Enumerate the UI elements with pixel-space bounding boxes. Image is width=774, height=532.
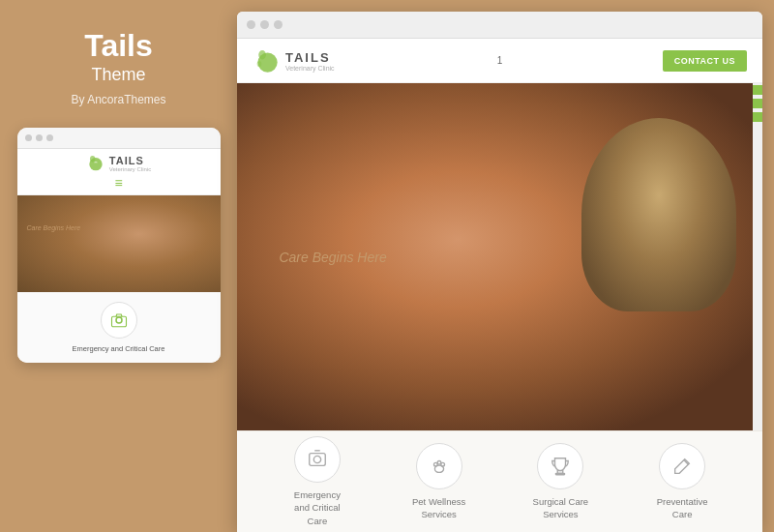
browser-dot-1 — [247, 20, 255, 29]
svg-point-8 — [313, 456, 320, 462]
service-item-surgical: Surgical CareServices — [521, 443, 599, 521]
emergency-icon — [307, 449, 328, 470]
hero-cat-shape — [581, 118, 736, 311]
theme-title: Tails — [84, 29, 153, 63]
mobile-hero-text: Care Begins Here — [27, 224, 81, 231]
pencil-icon — [671, 456, 693, 477]
mobile-browser-bar — [17, 128, 221, 149]
service-label-preventative: PreventativeCare — [657, 495, 708, 521]
service-icon-emergency — [294, 436, 341, 483]
mobile-hero-bg — [17, 195, 221, 292]
svg-point-1 — [90, 156, 95, 163]
mobile-logo: TAILS Veterinary Clinic — [86, 154, 151, 173]
service-item-preventative: PreventativeCare — [643, 443, 721, 521]
site-logo-icon — [253, 47, 280, 74]
left-panel: Tails Theme By AncoraThemes TAILS Veteri… — [0, 0, 237, 532]
author-label: By AncoraThemes — [71, 93, 165, 106]
browser-bar — [237, 12, 762, 39]
mobile-dot-1 — [25, 134, 32, 141]
service-item-wellness: Pet WellnessServices — [401, 443, 478, 521]
browser-window: TAILS Veterinary Clinic 1 CONTACT US Car… — [237, 12, 762, 532]
scroll-down-button[interactable] — [753, 112, 762, 122]
mobile-mockup: TAILS Veterinary Clinic ≡ Care Begins He… — [17, 128, 221, 363]
mobile-logo-icon — [86, 154, 105, 173]
service-icon-wellness — [416, 443, 462, 489]
svg-point-12 — [440, 462, 444, 466]
scroll-up-button[interactable] — [753, 85, 762, 95]
browser-dot-3 — [274, 20, 283, 29]
service-label-wellness: Pet WellnessServices — [412, 495, 465, 521]
service-label-surgical: Surgical CareServices — [533, 495, 589, 521]
scroll-thumb[interactable] — [753, 99, 762, 108]
nav-item-1[interactable]: 1 — [497, 55, 503, 66]
mobile-header: TAILS Veterinary Clinic ≡ — [17, 149, 221, 195]
camera-icon — [110, 311, 128, 329]
right-panel: TAILS Veterinary Clinic 1 CONTACT US Car… — [237, 0, 774, 532]
hero-background: Care Begins Here — [237, 83, 762, 430]
mobile-dot-3 — [46, 134, 53, 141]
site-logo-texts: TAILS Veterinary Clinic — [285, 50, 335, 72]
mobile-service-icon — [101, 302, 137, 339]
service-label-emergency: Emergencyand CriticalCare — [294, 488, 341, 527]
site-hero: Care Begins Here — [237, 83, 762, 430]
svg-rect-7 — [310, 454, 326, 466]
hamburger-icon: ≡ — [114, 176, 122, 190]
svg-point-2 — [116, 317, 122, 323]
svg-rect-3 — [111, 316, 126, 327]
site-nav: 1 — [497, 55, 503, 66]
scrollbar[interactable] — [753, 83, 762, 430]
mobile-dot-2 — [36, 134, 43, 141]
service-icon-surgical — [537, 443, 583, 489]
hero-tagline: Care Begins Here — [279, 250, 386, 265]
svg-point-5 — [258, 50, 266, 59]
svg-rect-14 — [556, 473, 565, 474]
mobile-logo-tagline: Veterinary Clinic — [109, 166, 151, 172]
theme-subtitle: Theme — [91, 65, 145, 85]
services-bar: Emergencyand CriticalCare Pet WellnessSe… — [237, 430, 762, 532]
svg-point-6 — [257, 61, 262, 67]
service-item-emergency: Emergencyand CriticalCare — [279, 436, 356, 527]
contact-us-button[interactable]: CONTACT US — [663, 50, 747, 72]
mobile-logo-text-group: TAILS Veterinary Clinic — [109, 155, 151, 172]
mobile-service-label: Emergency and Critical Care — [73, 344, 165, 355]
mobile-logo-name: TAILS — [109, 155, 151, 166]
site-logo-tagline: Veterinary Clinic — [285, 65, 335, 72]
trophy-icon — [550, 456, 571, 477]
paw-icon — [429, 456, 450, 477]
browser-dot-2 — [260, 20, 269, 29]
site-logo: TAILS Veterinary Clinic — [253, 47, 335, 74]
site-header: TAILS Veterinary Clinic 1 CONTACT US — [237, 39, 762, 83]
service-icon-preventative — [659, 443, 705, 489]
mobile-service-section: Emergency and Critical Care — [17, 292, 221, 363]
site-logo-name: TAILS — [285, 50, 335, 65]
mobile-hero-image: Care Begins Here — [17, 195, 221, 292]
